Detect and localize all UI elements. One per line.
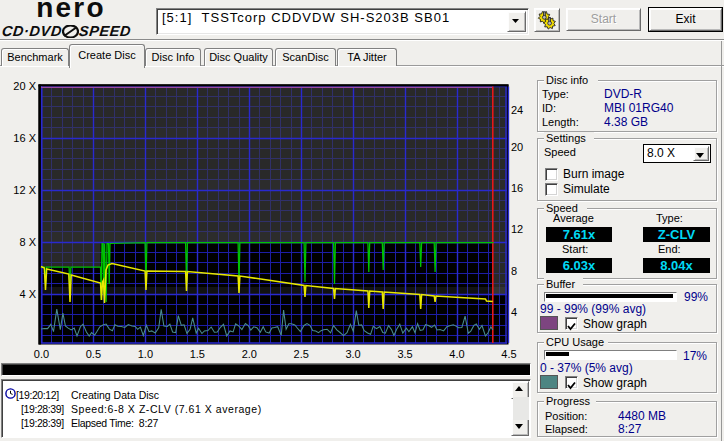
svg-text:2.0: 2.0: [242, 348, 257, 360]
svg-text:24: 24: [511, 104, 523, 116]
svg-text:4.0: 4.0: [449, 348, 464, 360]
svg-text:0.0: 0.0: [34, 348, 49, 360]
svg-text:20: 20: [511, 141, 523, 153]
svg-text:16 X: 16 X: [13, 132, 36, 144]
svg-text:8: 8: [511, 265, 517, 277]
svg-text:2.5: 2.5: [294, 348, 309, 360]
svg-text:1.5: 1.5: [190, 348, 205, 360]
svg-text:3.0: 3.0: [345, 348, 360, 360]
svg-text:12: 12: [511, 223, 523, 235]
svg-text:4 X: 4 X: [19, 288, 36, 300]
svg-text:4: 4: [511, 306, 517, 318]
svg-text:16: 16: [511, 182, 523, 194]
svg-text:4.5: 4.5: [501, 348, 516, 360]
svg-text:0.5: 0.5: [86, 348, 101, 360]
svg-text:8 X: 8 X: [19, 236, 36, 248]
svg-text:12 X: 12 X: [13, 184, 36, 196]
svg-text:1.0: 1.0: [138, 348, 153, 360]
svg-text:20 X: 20 X: [13, 80, 36, 92]
svg-text:3.5: 3.5: [397, 348, 412, 360]
